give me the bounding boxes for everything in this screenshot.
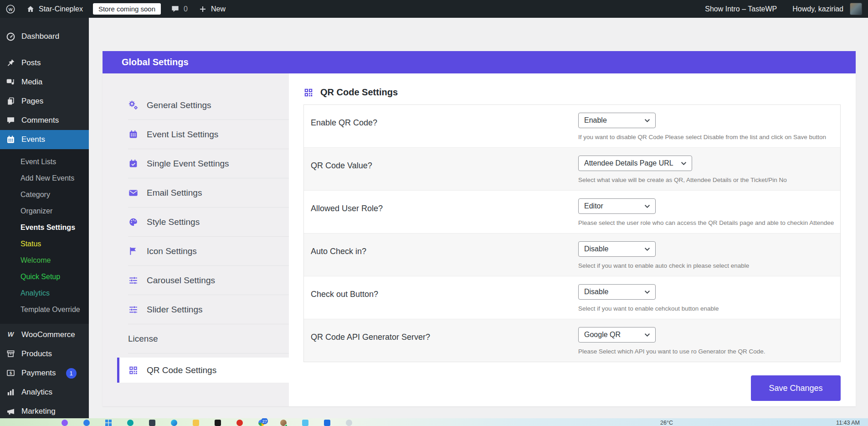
sidebar-item-products[interactable]: Products (0, 344, 89, 364)
nav-qr-code-settings[interactable]: QR Code Settings (117, 358, 289, 383)
qr-code-icon (128, 365, 139, 375)
nav-icon-settings[interactable]: Icon Settings (128, 237, 289, 266)
submenu-status[interactable]: Status (0, 236, 89, 252)
taskbar-app-icon[interactable] (83, 420, 90, 426)
section-title: QR Code Settings (320, 87, 398, 98)
sidebar-item-pages[interactable]: Pages (0, 92, 89, 111)
site-name: Star-Cineplex (39, 5, 83, 13)
user-app-avatar-icon[interactable] (280, 420, 287, 426)
user-role-select[interactable]: Editor (578, 198, 656, 214)
setting-row-enable-qr: Enable QR Code? Enable If you want to di… (304, 105, 840, 147)
flag-icon (128, 246, 139, 256)
submenu-event-lists[interactable]: Event Lists (0, 154, 89, 170)
setting-row-user-role: Allowed User Role? Editor Please select … (304, 190, 840, 233)
sidebar-item-woocommerce[interactable]: W WooCommerce (0, 325, 89, 344)
taskbar-clock[interactable]: 11:43 AM (836, 420, 860, 426)
nav-email-settings[interactable]: Email Settings (128, 178, 289, 208)
taskbar-app-icon[interactable] (236, 420, 243, 426)
setting-help-text: If you want to disable QR Code Please se… (578, 134, 826, 140)
sidebar-item-posts[interactable]: Posts (0, 53, 89, 73)
howdy-account-link[interactable]: Howdy, kaziriad (791, 0, 844, 18)
global-settings-header: Global Settings (103, 51, 856, 73)
sliders-icon (128, 275, 139, 286)
wp-admin-bar: W Star-Cineplex Store coming soon 0 New … (0, 0, 868, 18)
nav-event-list-settings[interactable]: Event List Settings (128, 120, 289, 149)
woocommerce-icon: W (6, 330, 15, 339)
wordpress-logo-icon[interactable]: W (0, 0, 21, 18)
nav-carousel-settings[interactable]: Carousel Settings (128, 266, 289, 295)
comment-count: 0 (184, 5, 188, 13)
svg-text:W: W (9, 7, 13, 11)
new-content-button[interactable]: New (193, 0, 231, 18)
gears-icon (128, 100, 139, 110)
edge-icon[interactable] (171, 420, 177, 426)
qr-value-select[interactable]: Attendee Details Page URL (578, 156, 692, 171)
setting-help-text: Please Select which API you want to use … (578, 348, 765, 355)
svg-text:W: W (8, 331, 15, 338)
pushpin-icon (6, 58, 15, 68)
nav-single-event-settings[interactable]: Single Event Settings (128, 149, 289, 178)
global-settings-card: Global Settings General Settings (103, 51, 856, 406)
windows-taskbar: 27 26°C 11:43 AM (0, 418, 868, 426)
sidebar-item-dashboard[interactable]: Dashboard (0, 27, 89, 46)
qr-settings-panel: QR Code Settings Enable QR Code? Enable … (289, 73, 856, 406)
sidebar-item-payments[interactable]: $ Payments 1 (0, 364, 89, 383)
sidebar-item-analytics[interactable]: Analytics (0, 383, 89, 402)
nav-slider-settings[interactable]: Slider Settings (128, 295, 289, 324)
comment-icon (171, 5, 180, 13)
sidebar-item-media[interactable]: Media (0, 73, 89, 92)
sidebar-item-marketing[interactable]: Marketing (0, 402, 89, 418)
avatar[interactable] (850, 3, 862, 15)
taskbar-app-icon[interactable] (302, 420, 308, 426)
nav-license[interactable]: License (128, 324, 289, 353)
setting-help-text: Please select the user role who can acce… (578, 219, 834, 226)
checkout-button-select[interactable]: Disable (578, 284, 656, 300)
media-icon (6, 78, 15, 87)
submenu-events-settings[interactable]: Events Settings (0, 219, 89, 236)
submenu-welcome[interactable]: Welcome (0, 252, 89, 269)
chevron-down-icon (644, 290, 650, 294)
box-icon (6, 349, 15, 358)
setting-label: Auto Check in? (304, 234, 578, 276)
file-explorer-icon[interactable] (193, 420, 199, 426)
nav-style-settings[interactable]: Style Settings (128, 208, 289, 237)
submenu-add-new-events[interactable]: Add New Events (0, 170, 89, 187)
nav-general-settings[interactable]: General Settings (128, 91, 289, 120)
save-changes-button[interactable]: Save Changes (751, 375, 841, 401)
plus-icon (199, 5, 207, 13)
windows-start-icon[interactable] (105, 420, 112, 426)
payments-badge: 1 (66, 368, 77, 379)
taskbar-app-icon[interactable] (62, 420, 68, 426)
weather-temperature[interactable]: 26°C (660, 420, 673, 426)
sidebar-item-comments[interactable]: Comments (0, 111, 89, 130)
sidebar-item-events[interactable]: Events (0, 130, 89, 149)
calendar-check-icon (128, 159, 139, 168)
comments-bubble[interactable]: 0 (165, 0, 193, 18)
submenu-organizer[interactable]: Organizer (0, 203, 89, 219)
submenu-analytics[interactable]: Analytics (0, 285, 89, 301)
chrome-icon[interactable]: 27 (258, 420, 265, 426)
store-coming-soon-badge[interactable]: Store coming soon (93, 3, 161, 15)
setting-row-qr-value: QR Code Value? Attendee Details Page URL… (304, 147, 840, 190)
setting-help-text: Select if you want to enable auto check … (578, 262, 749, 269)
task-view-icon[interactable] (149, 420, 155, 426)
search-icon[interactable] (127, 420, 134, 426)
taskbar-app-icon[interactable] (346, 420, 352, 426)
admin-content-area: Global Settings General Settings (89, 18, 868, 418)
setting-label: Check out Button? (304, 276, 578, 319)
payment-icon: $ (6, 369, 15, 378)
megaphone-icon (6, 407, 15, 416)
calendar-icon (6, 135, 15, 144)
taskbar-app-icon[interactable] (324, 420, 330, 426)
comment-icon (6, 116, 15, 125)
auto-checkin-select[interactable]: Disable (578, 241, 656, 257)
submenu-quick-setup[interactable]: Quick Setup (0, 269, 89, 285)
api-server-select[interactable]: Google QR (578, 327, 656, 343)
taskbar-app-icon[interactable] (215, 420, 221, 426)
enable-qr-select[interactable]: Enable (578, 113, 656, 128)
show-intro-link[interactable]: Show Intro – TasteWP (704, 0, 778, 18)
settings-nav: General Settings Event List Settings (103, 73, 289, 406)
submenu-template-override[interactable]: Template Override (0, 301, 89, 318)
site-name-link[interactable]: Star-Cineplex (21, 0, 88, 18)
submenu-category[interactable]: Category (0, 187, 89, 203)
